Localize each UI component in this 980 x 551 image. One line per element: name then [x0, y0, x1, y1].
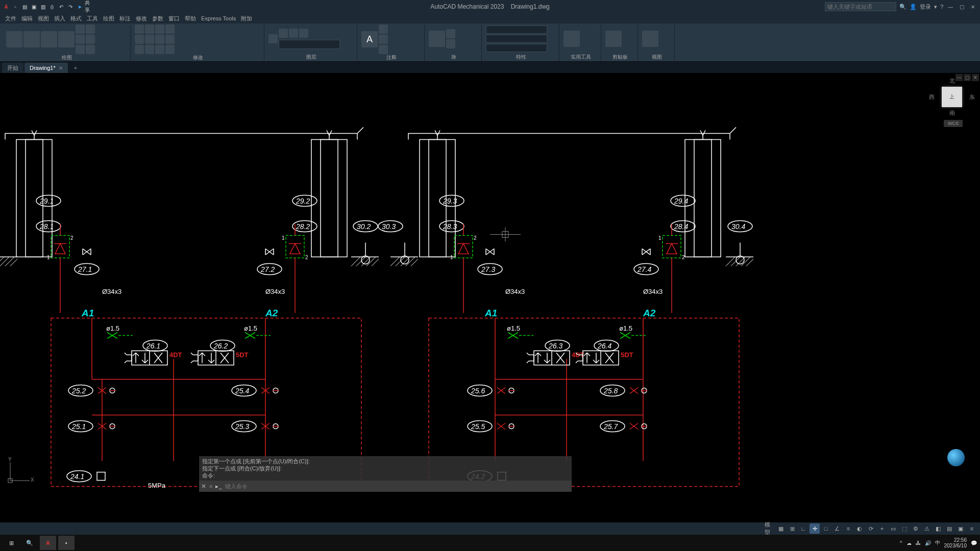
saveas-icon[interactable]: ▧: [39, 3, 47, 11]
xline-button[interactable]: [86, 35, 95, 44]
layer-lock-button[interactable]: [289, 29, 298, 38]
rect-button[interactable]: [76, 24, 85, 34]
spline-button[interactable]: [86, 24, 95, 34]
save-icon[interactable]: ▣: [30, 3, 38, 11]
menu-param[interactable]: 参数: [152, 15, 163, 22]
measure-button[interactable]: [564, 31, 580, 47]
explode-button[interactable]: [165, 45, 175, 54]
arc-button[interactable]: [58, 31, 75, 47]
cmd-handle-icon[interactable]: ≡: [209, 483, 212, 489]
menu-format[interactable]: 格式: [70, 15, 82, 22]
linetype-dropdown[interactable]: [486, 35, 547, 43]
mirror-button[interactable]: [145, 35, 154, 44]
menu-extra[interactable]: 附加: [241, 15, 252, 22]
menu-insert[interactable]: 插入: [54, 15, 65, 22]
transparency-icon[interactable]: ◐: [854, 523, 865, 534]
viewcube-south[interactable]: 南: [929, 109, 975, 117]
command-window[interactable]: 指定第一个点或 [先前第一个点(U)/闭合(C)]: 指定下一点或 [闭合(C)…: [199, 456, 572, 492]
maximize-icon[interactable]: ▢: [958, 3, 966, 11]
text-button[interactable]: A: [361, 31, 378, 47]
undo-icon[interactable]: ↶: [57, 3, 65, 11]
units-icon[interactable]: ⬚: [899, 523, 910, 534]
polyline-button[interactable]: [23, 31, 40, 47]
wcs-label[interactable]: WCS: [944, 120, 963, 127]
nav-wheel-icon[interactable]: [947, 449, 965, 466]
tray-date[interactable]: 2023/6/10: [944, 543, 967, 548]
exchange-icon[interactable]: ▾: [934, 4, 937, 10]
cmd-close-icon[interactable]: ✕: [201, 483, 206, 490]
view-cube[interactable]: 北 西 上 东 南: [929, 77, 975, 117]
viewcube-north[interactable]: 北: [929, 77, 975, 85]
tray-cloud-icon[interactable]: ☁: [906, 540, 912, 546]
tray-ime[interactable]: 中: [935, 539, 940, 546]
menu-view[interactable]: 视图: [38, 15, 49, 22]
tab-new[interactable]: +: [69, 63, 82, 73]
table-button[interactable]: [379, 45, 388, 54]
iso-icon[interactable]: ◧: [933, 523, 943, 534]
tab-drawing1[interactable]: Drawing1*✕: [24, 63, 68, 73]
drawing-viewport[interactable]: — ▢ ✕: [0, 73, 980, 522]
trim-button[interactable]: [155, 24, 164, 34]
stretch-button[interactable]: [135, 45, 144, 54]
dyn-icon[interactable]: +: [877, 523, 887, 534]
point-button[interactable]: [86, 45, 95, 54]
insert-block-button[interactable]: [429, 31, 445, 47]
start-icon[interactable]: ⊞: [3, 536, 19, 550]
color-dropdown[interactable]: [486, 26, 547, 34]
menu-help[interactable]: 帮助: [185, 15, 196, 22]
layer-prop-button[interactable]: [268, 34, 278, 43]
taskbar-app-icon[interactable]: ▪: [58, 536, 75, 550]
tray-notification-icon[interactable]: 💬: [971, 540, 977, 546]
rotate-button[interactable]: [145, 24, 154, 34]
cycling-icon[interactable]: ⟳: [866, 523, 876, 534]
snap-icon[interactable]: ⊞: [787, 523, 797, 534]
tray-network-icon[interactable]: 🖧: [916, 540, 921, 546]
leader-button[interactable]: [379, 35, 388, 44]
command-input[interactable]: [225, 483, 570, 489]
search-input[interactable]: [825, 2, 896, 11]
drawing-canvas[interactable]: 29.1 28.1 29.2 28.2 30.2 30.3 12 27.1 21…: [0, 73, 980, 522]
tray-time[interactable]: 22:56: [954, 537, 967, 543]
hardware-icon[interactable]: ▤: [944, 523, 954, 534]
qp-icon[interactable]: ▭: [888, 523, 898, 534]
help-icon[interactable]: ?: [940, 4, 943, 10]
erase-button[interactable]: [165, 35, 175, 44]
layer-freeze-button[interactable]: [279, 29, 288, 38]
offset-button[interactable]: [165, 24, 175, 34]
edit-block-button[interactable]: [446, 39, 455, 48]
line-button[interactable]: [6, 31, 22, 47]
otrack-icon[interactable]: ∠: [832, 523, 842, 534]
layer-dropdown[interactable]: [279, 40, 340, 49]
lwt-icon[interactable]: ≡: [843, 523, 853, 534]
scale-button[interactable]: [145, 45, 154, 54]
menu-tools[interactable]: 工具: [87, 15, 98, 22]
close-icon[interactable]: ✕: [969, 3, 977, 11]
fillet-button[interactable]: [155, 35, 164, 44]
plot-icon[interactable]: ⎙: [48, 3, 56, 11]
viewcube-west[interactable]: 西: [929, 93, 935, 101]
ortho-icon[interactable]: ∟: [798, 523, 808, 534]
polar-icon[interactable]: ✛: [810, 523, 820, 534]
custom-icon[interactable]: ≡: [967, 523, 977, 534]
redo-icon[interactable]: ↷: [66, 3, 75, 11]
share-icon[interactable]: ➤: [76, 3, 84, 11]
menu-draw[interactable]: 绘图: [103, 15, 114, 22]
viewcube-east[interactable]: 东: [969, 93, 975, 101]
ellipse-button[interactable]: [76, 35, 85, 44]
tray-volume-icon[interactable]: 🔊: [925, 540, 931, 546]
clean-icon[interactable]: ▣: [955, 523, 966, 534]
create-block-button[interactable]: [446, 29, 455, 38]
workspace-icon[interactable]: ⚙: [911, 523, 921, 534]
paste-button[interactable]: [605, 31, 622, 47]
minimize-icon[interactable]: —: [946, 3, 954, 11]
view-button[interactable]: [642, 31, 658, 47]
tab-start[interactable]: 开始: [2, 63, 23, 73]
menu-modify[interactable]: 修改: [136, 15, 147, 22]
tab-close-icon[interactable]: ✕: [59, 65, 63, 71]
grid-icon[interactable]: ▦: [776, 523, 786, 534]
user-label[interactable]: 登录: [920, 3, 931, 11]
copy-button[interactable]: [135, 35, 144, 44]
lineweight-dropdown[interactable]: [486, 44, 547, 52]
menu-file[interactable]: 文件: [5, 15, 16, 22]
user-icon[interactable]: 👤: [910, 4, 917, 10]
